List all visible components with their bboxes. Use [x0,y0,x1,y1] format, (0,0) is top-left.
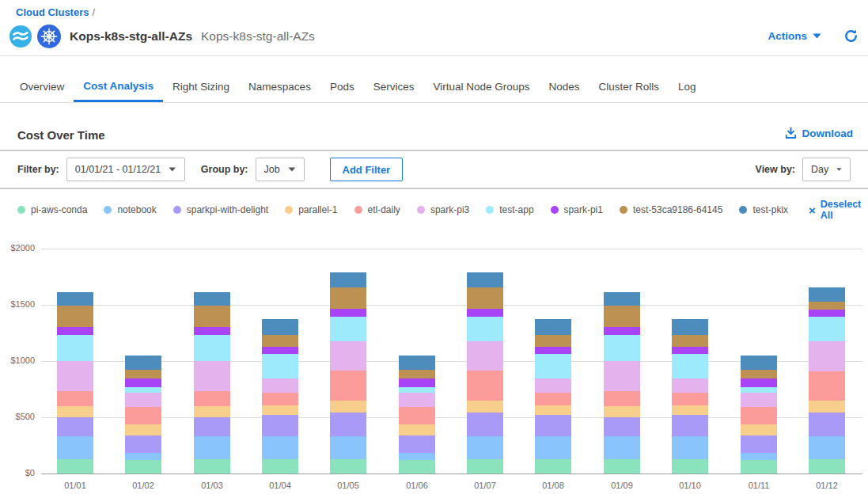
bar-segment-01/02-parallel-1[interactable] [125,424,161,435]
bar-segment-01/11-test-53ca9186-64145[interactable] [741,370,777,378]
bar-segment-01/08-notebook[interactable] [535,436,571,459]
bar-segment-01/05-etl-daily[interactable] [330,371,366,401]
bar-segment-01/11-pi-aws-conda[interactable] [741,460,777,473]
bar-segment-01/06-test-pkix[interactable] [399,356,435,370]
bar-segment-01/11-sparkpi-with-delight[interactable] [741,435,777,453]
bar-segment-01/03-sparkpi-with-delight[interactable] [194,417,230,436]
bar-segment-01/07-test-app[interactable] [467,317,503,341]
bar-segment-01/06-test-53ca9186-64145[interactable] [399,370,435,378]
legend-item-etl-daily[interactable]: etl-daily [354,204,400,215]
bar-segment-01/09-test-pkix[interactable] [604,292,640,306]
legend-item-test-app[interactable]: test-app [486,204,533,215]
bar-segment-01/04-etl-daily[interactable] [262,393,298,405]
bar-segment-01/10-spark-pi3[interactable] [672,378,708,393]
bar-segment-01/12-test-pkix[interactable] [809,287,845,302]
bar-segment-01/01-pi-aws-conda[interactable] [57,459,93,473]
bar-segment-01/01-spark-pi1[interactable] [57,327,93,335]
bar-segment-01/01-parallel-1[interactable] [57,406,93,417]
bar-segment-01/03-test-app[interactable] [194,335,230,361]
tab-overview[interactable]: Overview [10,56,74,102]
bar-segment-01/10-sparkpi-with-delight[interactable] [672,415,708,436]
bar-segment-01/05-parallel-1[interactable] [330,401,366,413]
bar-segment-01/07-test-53ca9186-64145[interactable] [467,287,503,309]
bar-segment-01/06-sparkpi-with-delight[interactable] [399,435,435,453]
bar-segment-01/02-spark-pi3[interactable] [125,393,161,407]
bar-segment-01/07-test-pkix[interactable] [467,272,503,287]
bar-segment-01/03-parallel-1[interactable] [194,406,230,417]
view-by-select[interactable]: Day [802,158,851,181]
bar-segment-01/08-parallel-1[interactable] [535,405,571,415]
bar-segment-01/01-test-app[interactable] [57,335,93,361]
bar-segment-01/10-spark-pi1[interactable] [672,347,708,354]
legend-item-spark-pi1[interactable]: spark-pi1 [551,204,603,215]
legend-item-spark-pi3[interactable]: spark-pi3 [417,204,469,215]
bar-segment-01/03-spark-pi1[interactable] [194,327,230,335]
bar-segment-01/07-spark-pi1[interactable] [467,309,503,317]
legend-item-sparkpi-with-delight[interactable]: sparkpi-with-delight [173,204,268,215]
bar-segment-01/06-parallel-1[interactable] [399,424,435,435]
bar-segment-01/12-test-app[interactable] [809,317,845,341]
bar-segment-01/02-test-53ca9186-64145[interactable] [125,370,161,378]
bar-segment-01/05-spark-pi3[interactable] [330,341,366,371]
bar-segment-01/08-spark-pi3[interactable] [535,378,571,393]
bar-segment-01/03-test-53ca9186-64145[interactable] [194,306,230,327]
bar-segment-01/08-pi-aws-conda[interactable] [535,459,571,473]
bar-segment-01/11-test-app[interactable] [741,387,777,393]
bar-segment-01/09-spark-pi3[interactable] [604,361,640,391]
refresh-button[interactable] [843,29,859,44]
bar-segment-01/12-etl-daily[interactable] [809,371,845,401]
bar-segment-01/10-test-app[interactable] [672,354,708,378]
legend-item-test-53ca9186-64145[interactable]: test-53ca9186-64145 [620,204,722,215]
bar-segment-01/05-test-pkix[interactable] [330,272,366,287]
bar-segment-01/09-spark-pi1[interactable] [604,327,640,335]
bar-segment-01/04-pi-aws-conda[interactable] [262,459,298,473]
bar-segment-01/11-test-pkix[interactable] [741,356,777,370]
bar-segment-01/02-test-pkix[interactable] [125,356,161,370]
actions-button[interactable]: Actions [768,30,821,42]
tab-nodes[interactable]: Nodes [540,56,589,102]
bar-segment-01/06-pi-aws-conda[interactable] [399,460,435,473]
bar-segment-01/02-spark-pi1[interactable] [125,378,161,387]
bar-segment-01/03-etl-daily[interactable] [194,391,230,406]
bar-segment-01/07-pi-aws-conda[interactable] [467,459,503,473]
bar-segment-01/10-notebook[interactable] [672,436,708,459]
tab-log[interactable]: Log [669,56,706,102]
bar-segment-01/10-test-pkix[interactable] [672,319,708,335]
bar-segment-01/04-notebook[interactable] [262,436,298,459]
bar-segment-01/12-spark-pi1[interactable] [809,310,845,317]
bar-segment-01/08-etl-daily[interactable] [535,393,571,405]
bar-segment-01/01-sparkpi-with-delight[interactable] [57,417,93,436]
bar-segment-01/09-test-53ca9186-64145[interactable] [604,306,640,327]
bar-segment-01/04-sparkpi-with-delight[interactable] [262,415,298,436]
bar-segment-01/02-notebook[interactable] [125,453,161,460]
bar-segment-01/12-notebook[interactable] [809,436,845,459]
bar-segment-01/10-etl-daily[interactable] [672,393,708,405]
bar-segment-01/06-notebook[interactable] [399,453,435,460]
legend-item-notebook[interactable]: notebook [104,204,156,215]
bar-segment-01/07-notebook[interactable] [467,436,503,459]
bar-segment-01/01-spark-pi3[interactable] [57,361,93,391]
date-range-select[interactable]: 01/01/21 - 01/12/21 [66,158,185,181]
bar-segment-01/04-spark-pi1[interactable] [262,347,298,354]
download-button[interactable]: Download [785,127,854,139]
bar-segment-01/05-sparkpi-with-delight[interactable] [330,413,366,436]
bar-segment-01/08-test-pkix[interactable] [535,319,571,335]
bar-segment-01/01-etl-daily[interactable] [57,391,93,406]
bar-segment-01/05-test-53ca9186-64145[interactable] [330,287,366,309]
bar-segment-01/09-sparkpi-with-delight[interactable] [604,417,640,436]
bar-segment-01/06-spark-pi1[interactable] [399,378,435,387]
bar-segment-01/07-parallel-1[interactable] [467,401,503,413]
bar-segment-01/06-test-app[interactable] [399,387,435,393]
legend-item-pi-aws-conda[interactable]: pi-aws-conda [17,204,87,215]
bar-segment-01/07-spark-pi3[interactable] [467,341,503,371]
bar-segment-01/02-sparkpi-with-delight[interactable] [125,435,161,453]
bar-segment-01/04-spark-pi3[interactable] [262,378,298,393]
bar-segment-01/04-test-pkix[interactable] [262,319,298,335]
add-filter-button[interactable]: Add Filter [330,158,404,181]
bar-segment-01/12-sparkpi-with-delight[interactable] [809,413,845,436]
bar-segment-01/09-etl-daily[interactable] [604,391,640,406]
tab-pods[interactable]: Pods [320,56,364,102]
bar-segment-01/04-test-app[interactable] [262,354,298,378]
bar-segment-01/08-test-53ca9186-64145[interactable] [535,335,571,347]
bar-segment-01/02-test-app[interactable] [125,387,161,393]
